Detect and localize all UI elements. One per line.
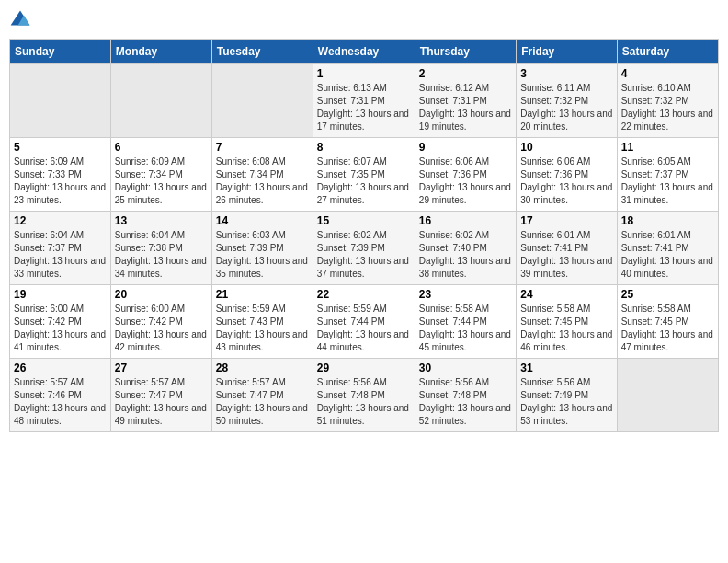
day-info: Sunrise: 6:12 AMSunset: 7:31 PMDaylight:… [419, 83, 511, 132]
day-number: 24 [520, 288, 612, 301]
day-cell-4-7: 25Sunrise: 5:58 AMSunset: 7:45 PMDayligh… [617, 285, 718, 359]
calendar-table: SundayMondayTuesdayWednesdayThursdayFrid… [9, 39, 719, 432]
day-cell-4-4: 22Sunrise: 5:59 AMSunset: 7:44 PMDayligh… [313, 285, 415, 359]
day-number: 26 [14, 362, 107, 374]
day-number: 12 [14, 214, 107, 227]
calendar-header: SundayMondayTuesdayWednesdayThursdayFrid… [10, 40, 719, 64]
day-info: Sunrise: 6:06 AMSunset: 7:36 PMDaylight:… [419, 156, 511, 205]
day-number: 7 [216, 141, 309, 154]
day-cell-5-3: 28Sunrise: 5:57 AMSunset: 7:47 PMDayligh… [211, 359, 313, 432]
day-number: 1 [317, 67, 411, 80]
day-cell-3-4: 15Sunrise: 6:02 AMSunset: 7:39 PMDayligh… [313, 212, 415, 285]
day-info: Sunrise: 5:57 AMSunset: 7:47 PMDaylight:… [115, 377, 207, 426]
header-monday: Monday [110, 40, 211, 64]
day-cell-2-2: 6Sunrise: 6:09 AMSunset: 7:34 PMDaylight… [110, 138, 211, 212]
day-number: 15 [317, 214, 411, 227]
day-cell-4-1: 19Sunrise: 6:00 AMSunset: 7:42 PMDayligh… [10, 285, 111, 359]
day-cell-1-2 [110, 64, 211, 138]
day-number: 17 [520, 214, 612, 227]
day-info: Sunrise: 6:09 AMSunset: 7:33 PMDaylight:… [14, 156, 106, 205]
day-cell-2-3: 7Sunrise: 6:08 AMSunset: 7:34 PMDaylight… [211, 138, 313, 212]
day-info: Sunrise: 6:01 AMSunset: 7:41 PMDaylight:… [520, 230, 612, 279]
day-number: 5 [14, 141, 107, 154]
day-cell-1-1 [10, 64, 111, 138]
day-cell-1-4: 1Sunrise: 6:13 AMSunset: 7:31 PMDaylight… [313, 64, 415, 138]
day-number: 23 [419, 288, 512, 301]
logo-icon [9, 9, 31, 31]
week-row-4: 19Sunrise: 6:00 AMSunset: 7:42 PMDayligh… [10, 285, 719, 359]
week-row-3: 12Sunrise: 6:04 AMSunset: 7:37 PMDayligh… [10, 212, 719, 285]
header-tuesday: Tuesday [211, 40, 313, 64]
day-cell-3-6: 17Sunrise: 6:01 AMSunset: 7:41 PMDayligh… [517, 212, 617, 285]
day-cell-4-5: 23Sunrise: 5:58 AMSunset: 7:44 PMDayligh… [415, 285, 516, 359]
day-number: 28 [216, 362, 309, 374]
day-info: Sunrise: 6:02 AMSunset: 7:40 PMDaylight:… [419, 230, 511, 279]
day-cell-4-3: 21Sunrise: 5:59 AMSunset: 7:43 PMDayligh… [211, 285, 313, 359]
day-number: 31 [520, 362, 612, 374]
day-cell-5-1: 26Sunrise: 5:57 AMSunset: 7:46 PMDayligh… [10, 359, 111, 432]
day-cell-2-1: 5Sunrise: 6:09 AMSunset: 7:33 PMDaylight… [10, 138, 111, 212]
day-cell-5-2: 27Sunrise: 5:57 AMSunset: 7:47 PMDayligh… [110, 359, 211, 432]
day-cell-3-2: 13Sunrise: 6:04 AMSunset: 7:38 PMDayligh… [110, 212, 211, 285]
day-number: 25 [621, 288, 714, 301]
day-number: 27 [115, 362, 208, 374]
day-number: 18 [621, 214, 714, 227]
day-number: 21 [216, 288, 309, 301]
day-cell-2-5: 9Sunrise: 6:06 AMSunset: 7:36 PMDaylight… [415, 138, 516, 212]
day-info: Sunrise: 5:57 AMSunset: 7:46 PMDaylight:… [14, 377, 106, 426]
day-cell-5-4: 29Sunrise: 5:56 AMSunset: 7:48 PMDayligh… [313, 359, 415, 432]
day-number: 4 [621, 67, 714, 80]
day-number: 16 [419, 214, 512, 227]
day-info: Sunrise: 5:58 AMSunset: 7:45 PMDaylight:… [621, 304, 713, 352]
day-cell-5-5: 30Sunrise: 5:56 AMSunset: 7:48 PMDayligh… [415, 359, 516, 432]
day-cell-2-7: 11Sunrise: 6:05 AMSunset: 7:37 PMDayligh… [617, 138, 718, 212]
day-info: Sunrise: 5:59 AMSunset: 7:43 PMDaylight:… [216, 304, 308, 352]
day-number: 9 [419, 141, 512, 154]
day-info: Sunrise: 6:13 AMSunset: 7:31 PMDaylight:… [317, 83, 409, 132]
day-cell-1-6: 3Sunrise: 6:11 AMSunset: 7:32 PMDaylight… [517, 64, 617, 138]
day-number: 8 [317, 141, 411, 154]
day-cell-4-2: 20Sunrise: 6:00 AMSunset: 7:42 PMDayligh… [110, 285, 211, 359]
day-info: Sunrise: 6:03 AMSunset: 7:39 PMDaylight:… [216, 230, 308, 279]
day-number: 30 [419, 362, 512, 374]
day-info: Sunrise: 5:59 AMSunset: 7:44 PMDaylight:… [317, 304, 409, 352]
day-number: 10 [520, 141, 612, 154]
day-number: 29 [317, 362, 411, 374]
day-info: Sunrise: 5:58 AMSunset: 7:44 PMDaylight:… [419, 304, 511, 352]
logo [9, 9, 35, 31]
day-cell-3-5: 16Sunrise: 6:02 AMSunset: 7:40 PMDayligh… [415, 212, 516, 285]
calendar-body: 1Sunrise: 6:13 AMSunset: 7:31 PMDaylight… [10, 64, 719, 432]
day-cell-2-4: 8Sunrise: 6:07 AMSunset: 7:35 PMDaylight… [313, 138, 415, 212]
day-info: Sunrise: 6:04 AMSunset: 7:37 PMDaylight:… [14, 230, 106, 279]
day-cell-1-5: 2Sunrise: 6:12 AMSunset: 7:31 PMDaylight… [415, 64, 516, 138]
day-number: 6 [115, 141, 208, 154]
day-info: Sunrise: 6:01 AMSunset: 7:41 PMDaylight:… [621, 230, 713, 279]
day-cell-3-3: 14Sunrise: 6:03 AMSunset: 7:39 PMDayligh… [211, 212, 313, 285]
day-number: 2 [419, 67, 512, 80]
day-info: Sunrise: 6:00 AMSunset: 7:42 PMDaylight:… [14, 304, 106, 352]
header-saturday: Saturday [617, 40, 718, 64]
day-number: 13 [115, 214, 208, 227]
header-sunday: Sunday [10, 40, 111, 64]
day-number: 11 [621, 141, 714, 154]
day-info: Sunrise: 6:11 AMSunset: 7:32 PMDaylight:… [520, 83, 612, 132]
day-cell-3-7: 18Sunrise: 6:01 AMSunset: 7:41 PMDayligh… [617, 212, 718, 285]
day-info: Sunrise: 6:08 AMSunset: 7:34 PMDaylight:… [216, 156, 308, 205]
day-cell-5-6: 31Sunrise: 5:56 AMSunset: 7:49 PMDayligh… [517, 359, 617, 432]
day-number: 22 [317, 288, 411, 301]
day-info: Sunrise: 5:56 AMSunset: 7:49 PMDaylight:… [520, 377, 612, 426]
day-info: Sunrise: 5:56 AMSunset: 7:48 PMDaylight:… [317, 377, 409, 426]
day-cell-1-3 [211, 64, 313, 138]
day-info: Sunrise: 6:07 AMSunset: 7:35 PMDaylight:… [317, 156, 409, 205]
day-info: Sunrise: 6:00 AMSunset: 7:42 PMDaylight:… [115, 304, 207, 352]
header-friday: Friday [517, 40, 617, 64]
day-cell-4-6: 24Sunrise: 5:58 AMSunset: 7:45 PMDayligh… [517, 285, 617, 359]
day-info: Sunrise: 5:57 AMSunset: 7:47 PMDaylight:… [216, 377, 308, 426]
day-number: 19 [14, 288, 107, 301]
day-number: 20 [115, 288, 208, 301]
day-info: Sunrise: 6:09 AMSunset: 7:34 PMDaylight:… [115, 156, 207, 205]
day-info: Sunrise: 6:06 AMSunset: 7:36 PMDaylight:… [520, 156, 612, 205]
day-cell-1-7: 4Sunrise: 6:10 AMSunset: 7:32 PMDaylight… [617, 64, 718, 138]
week-row-1: 1Sunrise: 6:13 AMSunset: 7:31 PMDaylight… [10, 64, 719, 138]
day-cell-3-1: 12Sunrise: 6:04 AMSunset: 7:37 PMDayligh… [10, 212, 111, 285]
